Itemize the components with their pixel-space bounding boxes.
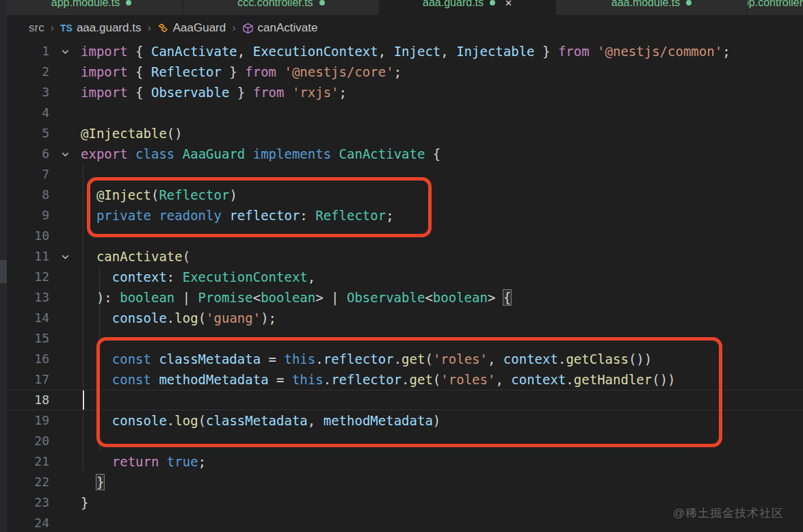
line-number: 22	[0, 472, 49, 492]
code-text: export class AaaGuard implements CanActi…	[81, 144, 440, 164]
fold-gutter	[49, 308, 81, 328]
code-line-21[interactable]: 21 return true;	[0, 451, 803, 472]
code-line-12[interactable]: 12 context: ExecutionContext,	[0, 267, 803, 287]
tab-label: aaa.module.ts	[611, 0, 681, 9]
line-number: 21	[0, 451, 49, 472]
fold-chevron-down-icon[interactable]	[49, 144, 81, 164]
sidebar-drag-handle[interactable]	[0, 260, 7, 283]
line-number: 9	[0, 205, 49, 226]
fold-gutter	[49, 472, 81, 492]
line-number: 11	[0, 246, 49, 267]
code-line-1[interactable]: 1import { CanActivate, ExecutionContext,…	[0, 41, 803, 62]
code-line-16[interactable]: 16 const classMetadata = this.reflector.…	[0, 349, 803, 369]
text-cursor	[83, 390, 84, 410]
fold-gutter	[49, 513, 81, 532]
code-line-6[interactable]: 6export class AaaGuard implements CanAct…	[0, 144, 803, 164]
fold-gutter	[49, 123, 81, 144]
tab-label: ccc.controller.ts	[237, 0, 313, 9]
code-line-18[interactable]: 18	[0, 390, 803, 410]
line-number: 16	[0, 349, 49, 369]
fold-gutter	[49, 267, 81, 287]
fold-gutter	[49, 205, 81, 226]
code-line-14[interactable]: 14 console.log('guang');	[0, 308, 803, 328]
code-line-9[interactable]: 9 private readonly reflector: Reflector;	[0, 205, 803, 226]
code-text: }	[81, 492, 88, 513]
code-line-8[interactable]: 8 @Inject(Reflector)	[0, 185, 803, 205]
code-line-7[interactable]: 7	[0, 164, 803, 185]
breadcrumb-label: src	[29, 21, 44, 35]
line-number: 15	[0, 328, 49, 349]
breadcrumb-item-src[interactable]: src	[29, 21, 44, 35]
code-text: import { Observable } from 'rxjs';	[81, 82, 347, 103]
fold-gutter	[49, 410, 81, 431]
code-text: console.log('guang');	[81, 308, 276, 328]
tab-aaa.guard.ts[interactable]: aaa.guard.ts✕	[380, 0, 556, 15]
tab-aaa.module.ts[interactable]: aaa.module.ts	[556, 0, 748, 15]
line-number: 18	[0, 390, 49, 410]
fold-gutter	[49, 62, 81, 82]
code-lines: 1import { CanActivate, ExecutionContext,…	[0, 41, 803, 532]
line-number: 12	[0, 267, 49, 287]
tab-app.module.ts[interactable]: app.module.ts	[0, 0, 183, 15]
breadcrumb-item-class[interactable]: AaaGuard	[157, 21, 226, 35]
code-text: console.log(classMetadata, methodMetadat…	[81, 410, 440, 431]
line-number: 14	[0, 308, 49, 328]
fold-gutter	[49, 226, 81, 246]
code-text: const classMetadata = this.reflector.get…	[81, 349, 652, 369]
code-text: context: ExecutionContext,	[81, 267, 315, 287]
line-number: 20	[0, 431, 49, 451]
breadcrumb-item-method[interactable]: canActivate	[242, 21, 318, 35]
code-line-20[interactable]: 20	[0, 431, 803, 451]
breadcrumb-label: aaa.guard.ts	[77, 21, 142, 35]
line-number: 19	[0, 410, 49, 431]
fold-chevron-down-icon[interactable]	[49, 41, 81, 62]
line-number: 5	[0, 123, 49, 144]
breadcrumb-separator: ›	[232, 22, 235, 34]
code-line-15[interactable]: 15	[0, 328, 803, 349]
fold-gutter	[49, 82, 81, 103]
breadcrumb-label: AaaGuard	[173, 21, 226, 35]
sidebar-resize-strip[interactable]	[0, 0, 7, 532]
code-text: }	[81, 472, 104, 492]
code-text: import { CanActivate, ExecutionContext, …	[81, 41, 730, 62]
code-line-3[interactable]: 3import { Observable } from 'rxjs';	[0, 82, 803, 103]
line-number: 7	[0, 164, 49, 185]
code-line-11[interactable]: 11 canActivate(	[0, 246, 803, 267]
modified-dot-icon	[126, 0, 131, 5]
tab-label: app.controller.ts	[748, 0, 803, 9]
code-line-13[interactable]: 13 ): boolean | Promise<boolean> | Obser…	[0, 287, 803, 308]
tab-label: aaa.guard.ts	[423, 0, 484, 9]
code-text: @Inject(Reflector)	[81, 185, 237, 205]
tab-ccc.controller.ts[interactable]: ccc.controller.ts	[183, 0, 380, 15]
breadcrumb-item-file[interactable]: TS aaa.guard.ts	[60, 21, 141, 35]
line-number: 23	[0, 492, 49, 513]
code-line-19[interactable]: 19 console.log(classMetadata, methodMeta…	[0, 410, 803, 431]
fold-gutter	[49, 349, 81, 369]
code-line-17[interactable]: 17 const methodMetadata = this.reflector…	[0, 369, 803, 390]
code-line-2[interactable]: 2import { Reflector } from '@nestjs/core…	[0, 62, 803, 82]
modified-dot-icon	[686, 0, 692, 5]
typescript-file-icon: TS	[60, 23, 73, 34]
close-icon[interactable]: ✕	[505, 0, 512, 8]
modified-dot-icon	[490, 0, 495, 5]
fold-gutter	[49, 287, 81, 308]
fold-gutter	[49, 369, 81, 390]
tab-app.controller.ts[interactable]: app.controller.ts	[748, 0, 803, 15]
symbol-method-icon	[242, 23, 254, 34]
breadcrumb-separator: ›	[51, 22, 54, 34]
tab-label: app.module.ts	[51, 0, 120, 9]
watermark-text: @稀土掘金技术社区	[673, 505, 784, 521]
fold-gutter	[49, 431, 81, 451]
code-line-5[interactable]: 5@Injectable()	[0, 123, 803, 144]
code-line-22[interactable]: 22 }	[0, 472, 803, 492]
code-text: return true;	[81, 451, 206, 472]
code-editor[interactable]: 1import { CanActivate, ExecutionContext,…	[0, 41, 803, 532]
line-number: 6	[0, 144, 49, 164]
code-line-4[interactable]: 4	[0, 103, 803, 123]
line-number: 1	[0, 41, 49, 62]
line-number: 17	[0, 369, 49, 390]
symbol-class-icon	[157, 23, 169, 34]
fold-gutter	[49, 390, 81, 410]
fold-chevron-down-icon[interactable]	[49, 246, 81, 267]
code-line-10[interactable]: 10	[0, 226, 803, 246]
